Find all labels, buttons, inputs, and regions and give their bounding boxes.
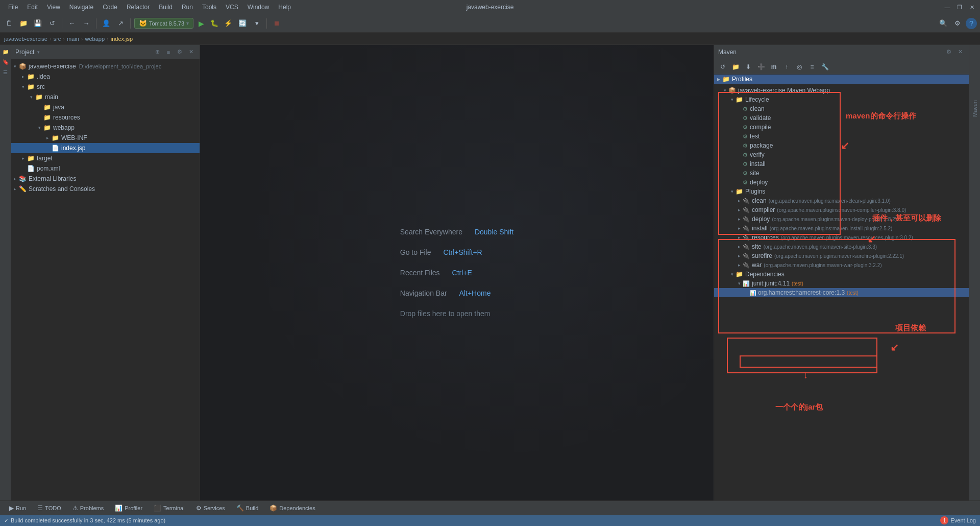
bottom-tab-dependencies[interactable]: 📦Dependencies: [264, 503, 320, 513]
maven-item-test[interactable]: ⚙test: [714, 132, 969, 141]
maven-item-dependencies[interactable]: ▾📁Dependencies: [714, 270, 969, 279]
maven-item-validate[interactable]: ⚙validate: [714, 113, 969, 123]
forward-button[interactable]: →: [80, 17, 92, 30]
bottom-tab-services[interactable]: ⚙Services: [191, 503, 230, 513]
maven-item-webapp[interactable]: ▾📦javaweb-exercise Maven Webapp: [714, 86, 969, 95]
maven-open-button[interactable]: 📁: [730, 61, 741, 73]
menu-item-help[interactable]: Help: [274, 3, 295, 12]
save-button[interactable]: 💾: [32, 17, 44, 30]
maven-item-compile[interactable]: ⚙compile: [714, 123, 969, 132]
collapse-all-button[interactable]: ≡: [164, 47, 173, 57]
help-button[interactable]: ?: [966, 18, 977, 29]
minimize-button[interactable]: —: [943, 3, 951, 11]
maven-profiles-row[interactable]: ▸ 📁 Profiles: [714, 75, 969, 84]
maven-settings-button[interactable]: ⚙: [944, 47, 953, 57]
new-file-button[interactable]: 🗒: [3, 17, 15, 30]
tree-item-resources[interactable]: 📁resources: [11, 112, 200, 123]
bottom-tab-run[interactable]: ▶Run: [4, 503, 31, 513]
back-button[interactable]: ←: [66, 17, 78, 30]
maven-item-p-clean[interactable]: ▸🔌clean(org.apache.maven.plugins:maven-c…: [714, 196, 969, 205]
maven-add-button[interactable]: ➕: [755, 61, 767, 73]
maven-run-button[interactable]: m: [768, 61, 779, 73]
maven-list-button[interactable]: ≡: [806, 61, 818, 73]
debug-button[interactable]: 🐛: [209, 18, 220, 29]
project-settings-button[interactable]: ⚙: [175, 47, 184, 57]
maven-skip-button[interactable]: ↑: [781, 61, 792, 73]
structure-icon[interactable]: ☰: [1, 67, 10, 77]
bottom-tab-problems[interactable]: ⚠Problems: [67, 503, 109, 513]
open-button[interactable]: 📁: [17, 17, 30, 30]
menu-item-code[interactable]: Code: [99, 3, 121, 12]
maven-item-p-compiler[interactable]: ▸🔌compiler(org.apache.maven.plugins:mave…: [714, 205, 969, 214]
maven-download-button[interactable]: ⬇: [743, 61, 754, 73]
tree-item-main[interactable]: ▾📁main: [11, 92, 200, 102]
maven-item-p-surefire[interactable]: ▸🔌surefire(org.apache.maven.plugins:mave…: [714, 251, 969, 260]
tree-item-java[interactable]: 📁java: [11, 102, 200, 112]
maven-item-verify[interactable]: ⚙verify: [714, 150, 969, 159]
maven-item-lifecycle[interactable]: ▾📁Lifecycle: [714, 95, 969, 104]
vcs-update-button[interactable]: ↗: [114, 17, 127, 30]
run-button[interactable]: ▶: [195, 18, 207, 29]
bookmark-icon[interactable]: 🔖: [1, 57, 10, 66]
tree-item-WEB-INF[interactable]: ▸📁WEB-INF: [11, 133, 200, 143]
tree-item-idea[interactable]: ▸📁.idea: [11, 71, 200, 82]
reload-button[interactable]: 🔄: [236, 17, 249, 30]
tree-item-src[interactable]: ▾📁src: [11, 82, 200, 92]
breadcrumb-main[interactable]: main: [67, 36, 79, 42]
maven-side-label[interactable]: Maven: [971, 96, 979, 121]
maven-item-p-site[interactable]: ▸🔌site(org.apache.maven.plugins:maven-si…: [714, 242, 969, 251]
close-button[interactable]: ✕: [968, 3, 976, 11]
menu-item-tools[interactable]: Tools: [198, 3, 220, 12]
maven-item-site[interactable]: ⚙site: [714, 169, 969, 178]
maven-item-plugins[interactable]: ▾📁Plugins: [714, 187, 969, 196]
menu-item-build[interactable]: Build: [155, 3, 177, 12]
maven-refresh-button[interactable]: ↺: [717, 61, 728, 73]
menu-item-view[interactable]: View: [43, 3, 64, 12]
breadcrumb-webapp[interactable]: webapp: [85, 36, 105, 42]
menu-item-window[interactable]: Window: [243, 3, 274, 12]
locate-file-button[interactable]: ⊕: [153, 47, 162, 57]
menu-item-refactor[interactable]: Refactor: [122, 3, 154, 12]
maven-item-p-deploy[interactable]: ▸🔌deploy(org.apache.maven.plugins:maven-…: [714, 214, 969, 224]
maven-item-p-war[interactable]: ▸🔌war(org.apache.maven.plugins:maven-war…: [714, 260, 969, 270]
tree-item-webapp[interactable]: ▾📁webapp: [11, 123, 200, 133]
tree-item-extlibs[interactable]: ▸📚External Libraries: [11, 174, 200, 184]
build-button[interactable]: ⚡: [222, 17, 234, 30]
bottom-tab-profiler[interactable]: 📊Profiler: [110, 503, 148, 513]
maximize-button[interactable]: ❐: [955, 3, 964, 11]
bottom-tab-todo[interactable]: ☰TODO: [32, 503, 66, 513]
maven-item-hamcrest[interactable]: 📊org.hamcrest:hamcrest-core:1.3(test): [714, 288, 969, 297]
maven-item-deploy[interactable]: ⚙deploy: [714, 178, 969, 187]
maven-item-junit[interactable]: ▾📊junit:junit:4.11(test): [714, 279, 969, 288]
settings-button[interactable]: ⚙: [951, 17, 964, 30]
breadcrumb-project[interactable]: javaweb-exercise: [4, 36, 47, 42]
tree-item-scratches[interactable]: ▸✏️Scratches and Consoles: [11, 184, 200, 194]
tree-item-indexjsp[interactable]: 📄index.jsp: [11, 143, 200, 153]
stop-button[interactable]: ⏹: [271, 17, 283, 30]
menu-item-vcs[interactable]: VCS: [222, 3, 242, 12]
tree-item-javaweb-exercise[interactable]: ▾📦javaweb-exerciseD:\development_tool\Id…: [11, 61, 200, 71]
maven-item-install[interactable]: ⚙install: [714, 159, 969, 169]
bottom-tab-terminal[interactable]: ⬛Terminal: [149, 503, 190, 513]
maven-close-button[interactable]: ✕: [955, 47, 965, 57]
menu-item-navigate[interactable]: Navigate: [65, 3, 97, 12]
close-panel-button[interactable]: ✕: [186, 47, 195, 57]
maven-wrench-button[interactable]: 🔧: [819, 61, 830, 73]
maven-item-p-resources[interactable]: ▸🔌resources(org.apache.maven.plugins:mav…: [714, 233, 969, 242]
menu-item-file[interactable]: File: [4, 3, 22, 12]
more-run-button[interactable]: ▾: [251, 17, 263, 30]
maven-item-clean[interactable]: ⚙clean: [714, 104, 969, 113]
project-view-icon[interactable]: 📁: [1, 47, 10, 56]
tree-item-target[interactable]: ▸📁target: [11, 153, 200, 163]
bottom-tab-build[interactable]: 🔨Build: [231, 503, 263, 513]
project-dropdown-arrow[interactable]: ▾: [37, 50, 40, 55]
menu-item-edit[interactable]: Edit: [23, 3, 42, 12]
editor-area[interactable]: Search Everywhere Double Shift Go to Fil…: [200, 45, 714, 500]
menu-item-run[interactable]: Run: [178, 3, 197, 12]
run-config-selector[interactable]: 🐱 Tomcat 8.5.73 ▾: [134, 18, 193, 29]
maven-item-package[interactable]: ⚙package: [714, 141, 969, 150]
maven-item-p-install[interactable]: ▸🔌install(org.apache.maven.plugins:maven…: [714, 224, 969, 233]
event-log-label[interactable]: Event Log: [950, 517, 976, 523]
breadcrumb-src[interactable]: src: [54, 36, 61, 42]
refresh-button[interactable]: ↺: [46, 17, 58, 30]
